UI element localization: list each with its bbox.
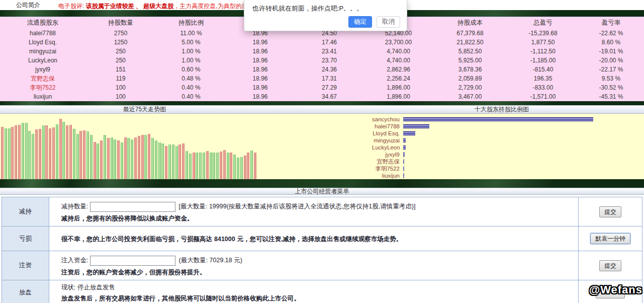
- green-divider-mid: [0, 101, 644, 105]
- column-header: 持股比例: [156, 17, 226, 29]
- cell-value: 2,059.89: [432, 74, 508, 83]
- app-screen: 公司简介 电子股评: 该股属于业绩较差 、 超级大盘股，主力高度控盘,为典型的庄…: [0, 0, 644, 303]
- holder-name-label: halei7788: [372, 123, 403, 129]
- price-bar: [172, 144, 174, 179]
- price-bar: [100, 140, 103, 179]
- price-bar: [138, 136, 140, 179]
- holder-share-bar: [403, 117, 593, 121]
- shareholder-name: LuckyLeon: [0, 56, 85, 65]
- price-bar: [223, 150, 226, 180]
- row-label: 亏损: [2, 226, 49, 251]
- shareholders-table-body: halei7788275011.00 %18.9624.5052,140.006…: [0, 29, 644, 101]
- loss-text: 很不幸，您的上市公司投资失利面临亏损，亏损额高达 841000 元，您可以注资,…: [61, 235, 578, 244]
- holder-name-label: LuckyLeon: [372, 144, 403, 150]
- price-bar: [230, 153, 232, 179]
- shareholder-name: Lloyd Esq.: [0, 38, 85, 47]
- price-bar: [178, 144, 181, 179]
- price-bar: [144, 135, 147, 179]
- price-bar: [45, 125, 48, 179]
- cell-value: -1,571.00: [508, 92, 578, 101]
- table-row: 李明75221000.40 %18.9627.291,896.002,729.0…: [0, 83, 644, 92]
- cell-value: 4,740.00: [364, 47, 432, 56]
- price-bar: [1, 127, 4, 179]
- cell-value: 24.36: [294, 65, 364, 74]
- table-row: mingyuzai2501.00 %18.9623.414,740.005,85…: [0, 47, 644, 56]
- price-bar: [69, 125, 72, 179]
- cell-value: -30.52 %: [578, 83, 644, 92]
- cell-value: 18.96: [226, 74, 294, 83]
- cell-value: -1,185.00: [508, 56, 578, 65]
- cell-value: 2750: [85, 29, 156, 38]
- price-bar: [39, 129, 41, 179]
- cell-value: 196.35: [508, 74, 578, 83]
- menu-row-loss: 亏损 很不幸，您的上市公司投资失利面临亏损，亏损额高达 841000 元，您可以…: [2, 226, 642, 251]
- column-header: 持股成本: [432, 17, 508, 29]
- cell-value: 5.00 %: [156, 38, 226, 47]
- holder-name-label: sancychou: [372, 116, 403, 122]
- price-bar: [247, 153, 249, 179]
- price-bar: [62, 122, 65, 179]
- shareholder-name: halei7788: [0, 29, 85, 38]
- cell-value: 0.40 %: [156, 92, 226, 101]
- manager-menu-table: 减持 减持数量: [最大数量: 19999(按最大数量减持后该股将进入全流通状态…: [2, 197, 642, 303]
- cell-value: 9.53 %: [578, 74, 644, 83]
- holder-name-label: 李明7522: [372, 165, 403, 173]
- cell-value: 23,700.00: [364, 38, 432, 47]
- cell-value: -45.31 %: [578, 92, 644, 101]
- inject-amount-input[interactable]: [90, 256, 175, 266]
- sell-status-line: 现状: 停止放盘发售: [61, 283, 578, 292]
- cell-value: 18.96: [226, 38, 294, 47]
- cell-value: 2,862.96: [364, 65, 432, 74]
- holder-share-bar: [403, 174, 404, 178]
- price-bar: [25, 123, 28, 179]
- menu-section-bar: 上市公司经营者菜单: [0, 188, 644, 195]
- cell-value: 250: [85, 56, 156, 65]
- table-row: jyxyl91510.60 %18.9624.362,862.963,678.3…: [0, 65, 644, 74]
- cell-value: 34.67: [294, 92, 364, 101]
- reduce-qty-label: 减持数量:: [61, 202, 88, 211]
- price-bar: [233, 155, 236, 179]
- mourn-button[interactable]: 默哀一分钟: [590, 233, 630, 244]
- price-bar: [203, 153, 205, 179]
- cell-value: 250: [85, 47, 156, 56]
- shareholder-name: 宜野志保: [0, 74, 85, 83]
- holder-name-label: jyxyl9: [372, 152, 403, 158]
- dialog-ok-button[interactable]: 确定: [348, 16, 372, 28]
- cell-value: -22.17 %: [578, 65, 644, 74]
- holder-share-bar: [403, 145, 406, 149]
- price-bar: [196, 153, 198, 179]
- cell-value: 67,379.68: [432, 29, 508, 38]
- reduce-submit-button[interactable]: 提交: [599, 206, 621, 217]
- reduce-qty-input[interactable]: [90, 202, 175, 212]
- price-bar: [165, 146, 167, 179]
- reduce-desc: 减持后，您拥有的股份将降低以换成账户资金。: [61, 214, 578, 223]
- holder-row: halei7788: [372, 123, 643, 130]
- cell-value: 0.60 %: [156, 65, 226, 74]
- price-bar: [114, 139, 116, 179]
- inject-submit-button[interactable]: 提交: [599, 260, 621, 271]
- price-bar: [111, 137, 113, 179]
- price-bar: [5, 128, 7, 179]
- column-header: 持股数量: [85, 17, 156, 29]
- cell-value: 18.96: [226, 83, 294, 92]
- price-bar: [210, 153, 212, 179]
- price-bar: [127, 138, 130, 179]
- cell-value: -19.01 %: [578, 47, 644, 56]
- holder-row: jyxyl9: [372, 151, 643, 158]
- inject-amount-label: 注入资金:: [61, 256, 88, 265]
- price-bar: [186, 151, 188, 179]
- cell-value: 1.00 %: [156, 47, 226, 56]
- price-bar: [104, 135, 106, 179]
- holder-name-label: 宜野志保: [372, 158, 403, 166]
- cell-value: -22.62 %: [578, 29, 644, 38]
- holder-row: 宜野志保: [372, 158, 643, 165]
- cell-value: 1.00 %: [156, 56, 226, 65]
- price-bar: [117, 140, 120, 179]
- price-bar: [141, 135, 144, 179]
- column-header: 盈亏率: [578, 17, 644, 29]
- cell-value: -1,112.50: [508, 47, 578, 56]
- menu-section-title: 上市公司经营者菜单: [0, 188, 644, 194]
- inject-desc: 注资后，您的账户资金将减少，但拥有股份将提升。: [61, 268, 578, 277]
- row-label: 放盘: [2, 280, 49, 303]
- dialog-cancel-button[interactable]: 取消: [377, 16, 400, 28]
